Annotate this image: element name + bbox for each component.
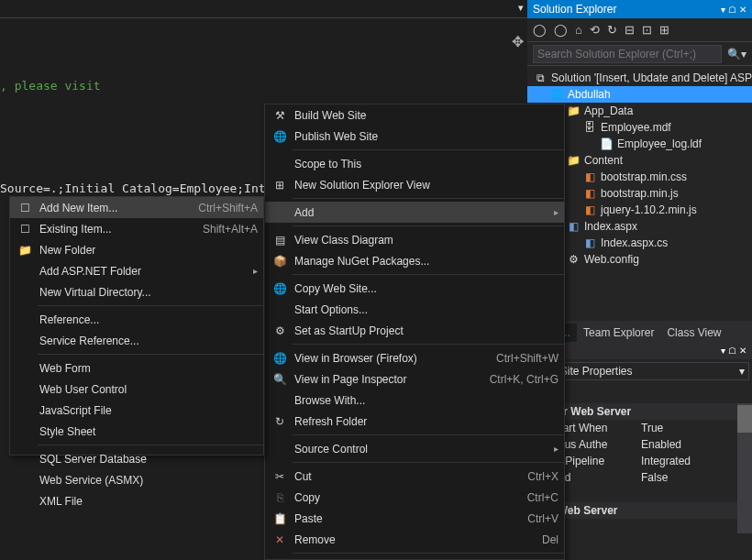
- menu-asp-folder[interactable]: Add ASP.NET Folder▸: [10, 260, 263, 281]
- existing-item-icon: ☐: [16, 222, 34, 236]
- split-handle-icon[interactable]: ✥: [512, 33, 524, 50]
- inspector-icon: 🔍: [271, 372, 289, 387]
- menu-separator: [293, 198, 564, 199]
- refresh-icon[interactable]: ↻: [607, 23, 617, 37]
- menu-new-view[interactable]: ⊞New Solution Explorer View: [265, 174, 564, 195]
- menu-separator: [38, 305, 263, 306]
- menu-separator: [38, 354, 263, 355]
- menu-add[interactable]: Add▸: [265, 202, 564, 223]
- diagram-icon: ▤: [271, 233, 289, 247]
- tab-class-view[interactable]: Class View: [660, 324, 727, 342]
- chevron-right-icon: ▸: [554, 207, 558, 217]
- solution-node[interactable]: ⧉Solution '[Insert, Ubdate and Delete] A…: [527, 70, 752, 86]
- panel-header: Solution Explorer ▾ ☖ ✕: [527, 0, 752, 18]
- menu-remove[interactable]: ✕RemoveDel: [265, 529, 564, 550]
- menu-scope[interactable]: Scope to This: [265, 153, 564, 174]
- pin-icon[interactable]: ☖: [728, 346, 736, 356]
- menu-startup[interactable]: ⚙Set as StartUp Project: [265, 320, 564, 341]
- config-icon: ⚙: [566, 252, 581, 267]
- scrollbar[interactable]: [737, 403, 752, 533]
- menu-virtual-dir[interactable]: New Virtual Directory...: [10, 281, 263, 302]
- folder-icon: 📁: [566, 104, 581, 118]
- menu-existing-item[interactable]: ☐Existing Item...Shift+Alt+A: [10, 218, 263, 239]
- window-position-icon[interactable]: ▾: [721, 346, 725, 356]
- menu-browse-with[interactable]: Browse With...: [265, 390, 564, 411]
- context-menu: ⚒Build Web Site 🌐Publish Web Site Scope …: [264, 104, 565, 560]
- css-icon: ◧: [582, 170, 597, 184]
- remove-icon: ✕: [271, 533, 289, 547]
- window-icon: ⊞: [271, 178, 289, 192]
- close-icon[interactable]: ✕: [739, 346, 746, 356]
- package-icon: 📦: [271, 254, 289, 269]
- new-item-icon: ☐: [16, 201, 34, 215]
- menu-paste: 📋PasteCtrl+V: [265, 508, 564, 529]
- project-icon: 🌐: [549, 87, 564, 102]
- menu-service-ref[interactable]: Service Reference...: [10, 330, 263, 351]
- sync-icon[interactable]: ⟲: [590, 23, 600, 37]
- refresh-icon: ↻: [271, 414, 289, 429]
- dropdown-icon[interactable]: ▾: [518, 2, 524, 14]
- chevron-down-icon: ▾: [739, 365, 745, 378]
- js-icon: ◧: [582, 203, 597, 217]
- menu-source-control[interactable]: Source Control▸: [265, 438, 564, 459]
- menu-separator: [293, 344, 564, 345]
- menu-publish[interactable]: 🌐Publish Web Site: [265, 126, 564, 147]
- menu-sql-db[interactable]: SQL Server Database: [10, 448, 263, 469]
- code-line: Source=.;Initial Catalog=Employee;Integr…: [0, 181, 294, 195]
- menu-separator: [38, 445, 263, 445]
- menu-separator: [293, 553, 564, 554]
- tab-team-explorer[interactable]: Team Explorer: [577, 324, 660, 342]
- back-icon[interactable]: ◯: [533, 23, 547, 37]
- pin-icon[interactable]: ☖: [728, 5, 736, 15]
- file-icon: 📄: [599, 137, 614, 151]
- menu-xml-file[interactable]: XML File: [10, 490, 263, 511]
- cut-icon: ✂: [271, 469, 289, 484]
- home-icon[interactable]: ⌂: [575, 23, 582, 37]
- search-icon[interactable]: 🔍▾: [727, 48, 746, 60]
- menu-build[interactable]: ⚒Build Web Site: [265, 104, 564, 126]
- close-icon[interactable]: ✕: [739, 5, 746, 15]
- menu-new-folder[interactable]: 📁New Folder: [10, 239, 263, 260]
- publish-icon: 🌐: [271, 129, 289, 144]
- menu-separator: [293, 434, 564, 435]
- browser-icon: 🌐: [271, 351, 289, 366]
- menu-web-user-control[interactable]: Web User Control: [10, 379, 263, 400]
- menu-add-new-item[interactable]: ☐Add New Item...Ctrl+Shift+A: [10, 197, 263, 218]
- menu-web-service[interactable]: Web Service (ASMX): [10, 469, 263, 490]
- js-icon: ◧: [582, 186, 597, 201]
- project-node[interactable]: 🌐Abdullah: [527, 86, 752, 103]
- menu-start-options[interactable]: Start Options...: [265, 299, 564, 320]
- menu-style-sheet[interactable]: Style Sheet: [10, 421, 263, 442]
- menu-separator: [293, 462, 564, 463]
- menu-cut[interactable]: ✂CutCtrl+X: [265, 466, 564, 487]
- menu-reference[interactable]: Reference...: [10, 309, 263, 330]
- panel-title: Solution Explorer: [533, 3, 721, 16]
- chevron-right-icon: ▸: [253, 266, 258, 276]
- menu-web-form[interactable]: Web Form: [10, 357, 263, 379]
- copy-icon: ⎘: [271, 490, 289, 505]
- menu-copy-site[interactable]: 🌐Copy Web Site...: [265, 278, 564, 299]
- show-all-icon[interactable]: ⊡: [642, 23, 652, 37]
- forward-icon[interactable]: ◯: [554, 23, 568, 37]
- menu-class-diagram[interactable]: ▤View Class Diagram: [265, 229, 564, 250]
- menu-copy: ⎘CopyCtrl+C: [265, 487, 564, 508]
- cs-icon: ◧: [582, 236, 597, 250]
- window-position-icon[interactable]: ▾: [721, 5, 725, 15]
- code-line: , please visit: [0, 79, 101, 93]
- startup-icon: ⚙: [271, 324, 289, 338]
- paste-icon: 📋: [271, 511, 289, 526]
- collapse-icon[interactable]: ⊟: [625, 23, 635, 37]
- menu-open-folder[interactable]: 📂Open Folder in File Explorer: [265, 556, 564, 560]
- properties-icon[interactable]: ⊞: [659, 23, 669, 37]
- menu-view-browser[interactable]: 🌐View in Browser (Firefox)Ctrl+Shift+W: [265, 347, 564, 368]
- menu-refresh[interactable]: ↻Refresh Folder: [265, 411, 564, 432]
- search-input[interactable]: [533, 45, 722, 63]
- folder-icon: 📁: [566, 153, 581, 168]
- scrollbar-thumb[interactable]: [737, 405, 752, 433]
- menu-js-file[interactable]: JavaScript File: [10, 400, 263, 421]
- aspx-icon: ◧: [566, 219, 581, 234]
- menu-page-inspector[interactable]: 🔍View in Page InspectorCtrl+K, Ctrl+G: [265, 368, 564, 390]
- database-icon: 🗄: [582, 120, 597, 135]
- solution-icon: ⧉: [533, 71, 547, 85]
- menu-nuget[interactable]: 📦Manage NuGet Packages...: [265, 250, 564, 271]
